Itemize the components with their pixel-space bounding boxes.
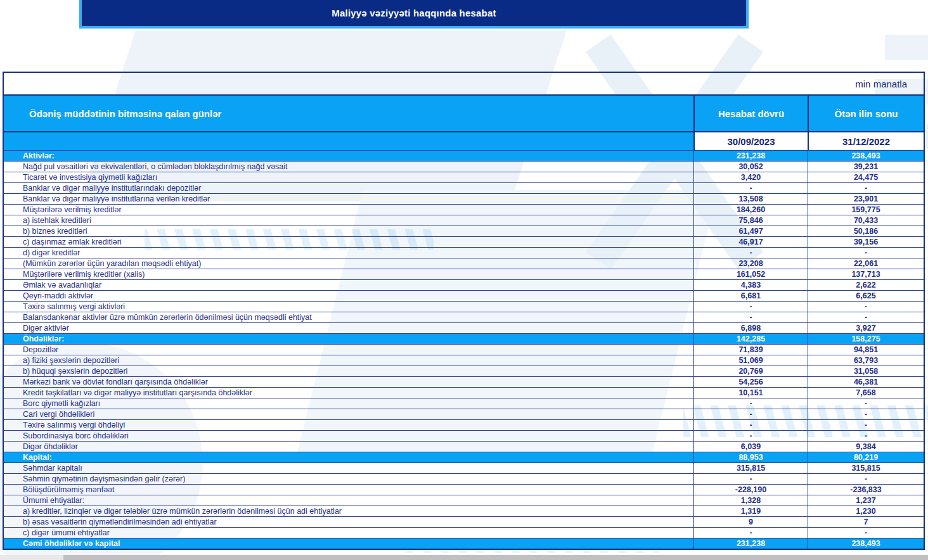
row-label: a) istehlak kreditləri <box>4 215 693 226</box>
row-label: Banklar və digər maliyyə institutlarına … <box>4 194 693 204</box>
row-value-current: 23,208 <box>693 258 808 269</box>
report-title: Maliyyə vəziyyəti haqqında hesabat <box>332 8 496 18</box>
row-value-current: 142,285 <box>693 334 808 344</box>
row-label: Müştərilərə verilmiş kreditlər (xalis) <box>4 269 693 279</box>
row-label: b) hüquqi şəxslərin depozitləri <box>4 366 693 376</box>
row-value-previous: - <box>808 474 924 484</box>
row-value-current: - <box>693 302 808 312</box>
row-value-current: - <box>693 398 808 409</box>
table-row: Əmlak və avadanlıqlar4,3832,622 <box>4 279 924 290</box>
table-row: a) fiziki şəxslərin depozitləri51,06963,… <box>4 355 924 366</box>
row-value-current: 315,815 <box>693 463 808 473</box>
row-label: (Mümkün zərərlər üçün yaradılan məqsədli… <box>4 258 693 269</box>
row-value-current: 88,953 <box>693 452 808 462</box>
row-value-previous: 39,156 <box>808 237 924 247</box>
table-row: Təxirə salınmış vergi öhdəliyi-- <box>4 419 924 430</box>
row-label: Balansdankənar aktivlər üzrə mümkün zərə… <box>4 312 693 322</box>
row-value-current: 30,052 <box>693 162 808 172</box>
row-value-previous: 7 <box>808 517 924 527</box>
table-row: Mərkəzi bank və dövlət fondları qarşısın… <box>4 376 924 387</box>
row-value-current: 6,039 <box>693 442 808 452</box>
table-section-row: Kapital:88,95380,219 <box>4 452 924 462</box>
row-value-previous: 23,901 <box>808 194 924 204</box>
row-label: Cəmi öhdəliklər və kapital <box>4 538 693 549</box>
row-label: Digər öhdəliklər <box>4 442 693 452</box>
row-value-previous: 238,493 <box>808 538 924 549</box>
row-label: Borc qiymətli kağızları <box>4 398 693 409</box>
row-value-current: - <box>693 312 808 322</box>
row-value-current: - <box>693 431 808 441</box>
row-value-previous: 80,219 <box>808 452 924 462</box>
table-row: (Mümkün zərərlər üçün yaradılan məqsədli… <box>4 258 924 269</box>
table-row: Digər aktivlər6,8983,927 <box>4 322 924 333</box>
table-row: Nağd pul vəsaitləri və ekvivalentləri, o… <box>4 161 924 172</box>
row-value-previous: - <box>808 431 924 441</box>
table-row: Digər öhdəliklər6,0399,384 <box>4 441 924 452</box>
row-value-previous: - <box>808 528 924 538</box>
date-previous: 31/12/2022 <box>808 132 924 150</box>
row-label: Qeyri-maddi aktivlər <box>4 291 693 301</box>
table-row: Bölüşdürülməmiş mənfəət-228,190-236,833 <box>4 484 924 495</box>
row-value-previous: - <box>808 409 924 419</box>
row-label: Bölüşdürülməmiş mənfəət <box>4 485 693 495</box>
watermark-shape <box>885 35 928 60</box>
table-row: c) digər ümumi ehtiyatlar-- <box>4 527 924 538</box>
row-label: Nağd pul vəsaitləri və ekvivalentləri, o… <box>4 162 693 172</box>
row-label: c) digər ümumi ehtiyatlar <box>4 528 693 538</box>
row-label: Cari vergi öhdəlikləri <box>4 409 693 419</box>
row-label: Digər aktivlər <box>4 323 693 333</box>
table-row: Borc qiymətli kağızları-- <box>4 398 924 409</box>
row-label: Müştərilərə verilmiş kreditlər <box>4 205 693 215</box>
row-label: c) daşınmaz əmlak kreditləri <box>4 237 693 247</box>
row-value-previous: 6,625 <box>808 291 924 301</box>
table-row: Subordinasiya borc öhdəlikləri-- <box>4 430 924 441</box>
row-value-current: - <box>693 183 808 193</box>
row-value-current: 71,839 <box>693 345 808 355</box>
table-row: a) istehlak kreditləri75,84670,433 <box>4 215 924 226</box>
table-row: Ümumi ehtiyatlar:1,3281,237 <box>4 495 924 506</box>
row-value-previous: 24,475 <box>808 172 924 182</box>
horizontal-scrollbar-track[interactable] <box>0 555 928 560</box>
unit-note: min manatla <box>855 79 907 89</box>
table-row: Banklar və digər maliyyə institutlarında… <box>4 182 924 193</box>
row-value-previous: 159,775 <box>808 205 924 215</box>
row-value-current: 20,769 <box>693 366 808 376</box>
row-label: b) biznes kreditləri <box>4 226 693 236</box>
row-value-current: 6,898 <box>693 323 808 333</box>
row-value-previous: 39,231 <box>808 162 924 172</box>
row-value-current: 10,151 <box>693 388 808 398</box>
horizontal-scrollbar-thumb[interactable] <box>63 555 928 560</box>
row-label: Səhmdar kapitalı <box>4 463 693 473</box>
row-value-previous: 3,927 <box>808 323 924 333</box>
table-section-row: Aktivlər:231,238238,493 <box>4 150 924 161</box>
row-value-previous: 315,815 <box>808 463 924 473</box>
row-value-current: 61,497 <box>693 226 808 236</box>
row-value-previous: - <box>808 398 924 409</box>
row-label: Depozitlər <box>4 345 693 355</box>
row-value-previous: 22,061 <box>808 258 924 269</box>
row-label: Təxirə salınmış vergi aktivləri <box>4 302 693 312</box>
row-value-current: 46,917 <box>693 237 808 247</box>
row-label: Banklar və digər maliyyə institutlarında… <box>4 183 693 193</box>
report-page: Maliyyə vəziyyəti haqqında hesabat min m… <box>0 0 928 560</box>
table-row: c) daşınmaz əmlak kreditləri46,91739,156 <box>4 236 924 247</box>
table-row: Qeyri-maddi aktivlər6,6816,625 <box>4 290 924 301</box>
date-row-spacer <box>4 132 693 150</box>
row-value-current: 51,069 <box>693 355 808 366</box>
row-value-current: 3,420 <box>693 172 808 182</box>
row-value-current: 161,052 <box>693 269 808 279</box>
row-value-previous: 2,622 <box>808 280 924 290</box>
row-value-previous: 238,493 <box>808 151 924 161</box>
row-value-previous: - <box>808 248 924 258</box>
row-label: Kredit təşkilatları və digər maliyyə ins… <box>4 388 693 398</box>
table-row: Balansdankənar aktivlər üzrə mümkün zərə… <box>4 312 924 322</box>
row-value-current: 6,681 <box>693 291 808 301</box>
row-value-current: -228,190 <box>693 485 808 495</box>
table-row: b) əsas vəsaitlərin qiymətləndirilməsind… <box>4 516 924 527</box>
row-label: Təxirə salınmış vergi öhdəliyi <box>4 420 693 430</box>
row-value-previous: - <box>808 420 924 430</box>
row-value-current: 184,260 <box>693 205 808 215</box>
row-value-current: - <box>693 474 808 484</box>
row-value-previous: 1,237 <box>808 495 924 506</box>
row-value-current: - <box>693 248 808 258</box>
